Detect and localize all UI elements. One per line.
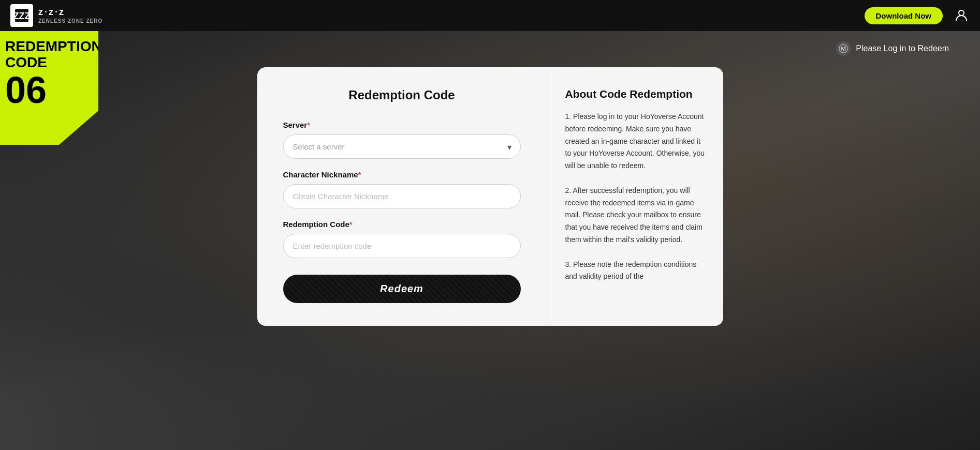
server-select-wrapper: Select a server [283, 134, 521, 159]
about-title: About Code Redemption [565, 88, 705, 100]
logo-icon: ZZZ [10, 4, 33, 27]
svg-text:M: M [841, 46, 846, 52]
login-notice-icon: M [836, 41, 851, 56]
modal-title: Redemption Code [283, 88, 521, 102]
nickname-label: Character Nickname* [283, 170, 521, 179]
about-text: 1. Please log in to your HoYoverse Accou… [565, 111, 705, 283]
badge-title: RedemptionCode [5, 39, 91, 71]
login-notice-text: Please Log in to Redeem [856, 44, 949, 53]
code-label: Redemption Code* [283, 220, 521, 229]
code-group: Redemption Code* [283, 220, 521, 258]
login-notice[interactable]: M Please Log in to Redeem [836, 41, 949, 56]
download-button[interactable]: Download Now [865, 7, 943, 24]
code-input[interactable] [283, 234, 521, 258]
server-label: Server* [283, 121, 521, 129]
svg-text:ZZZ: ZZZ [14, 11, 30, 21]
nickname-input[interactable] [283, 184, 521, 208]
badge-number: 06 [5, 73, 91, 107]
svg-point-2 [959, 10, 964, 16]
navbar: ZZZ z·z·z zenless zone zero Download Now [0, 0, 980, 31]
modal-form-panel: Redemption Code Server* Select a server … [257, 67, 547, 326]
code-required: * [349, 220, 353, 229]
modal-about-panel: About Code Redemption 1. Please log in t… [547, 67, 723, 326]
server-select[interactable]: Select a server [283, 134, 521, 159]
corner-badge-inner: RedemptionCode 06 [0, 31, 98, 145]
corner-badge: RedemptionCode 06 [0, 31, 104, 150]
user-icon[interactable] [953, 7, 970, 24]
nickname-required: * [358, 170, 361, 179]
server-required: * [307, 121, 310, 129]
logo: ZZZ z·z·z zenless zone zero [10, 4, 103, 27]
server-group: Server* Select a server [283, 121, 521, 159]
nickname-group: Character Nickname* [283, 170, 521, 208]
modal: Redemption Code Server* Select a server … [257, 67, 723, 326]
logo-text: z·z·z zenless zone zero [38, 7, 103, 24]
redeem-button[interactable]: Redeem [283, 275, 521, 303]
navbar-right: Download Now [865, 7, 970, 24]
